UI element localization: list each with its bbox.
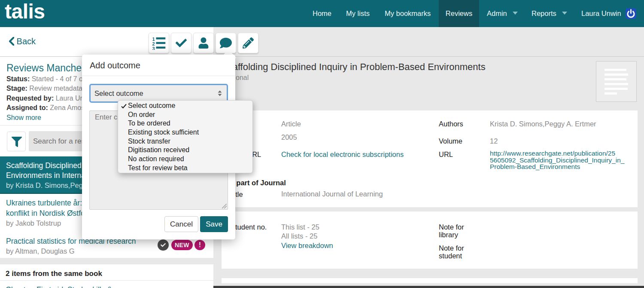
svg-text:3: 3 [152,46,155,50]
